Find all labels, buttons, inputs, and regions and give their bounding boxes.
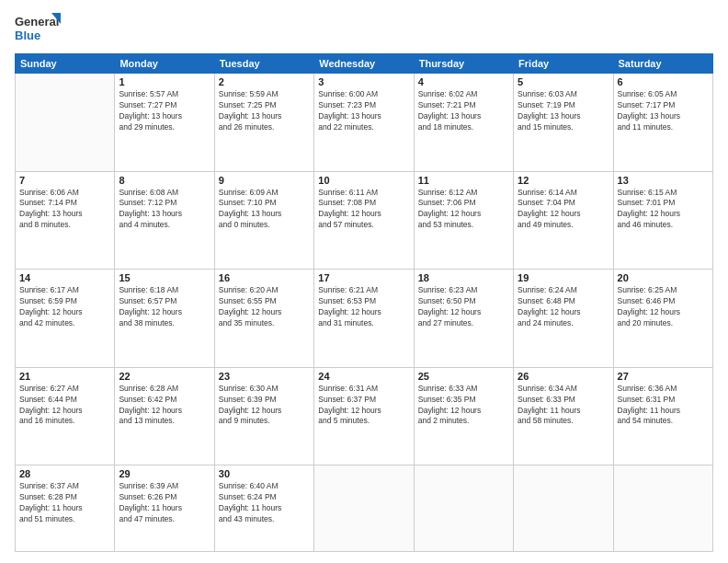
calendar-cell: 23Sunrise: 6:30 AM Sunset: 6:39 PM Dayli… — [214, 367, 313, 465]
day-number: 15 — [119, 272, 210, 283]
day-number: 17 — [318, 272, 409, 283]
calendar-week-row: 14Sunrise: 6:17 AM Sunset: 6:59 PM Dayli… — [16, 270, 713, 368]
day-info: Sunrise: 5:59 AM Sunset: 7:25 PM Dayligh… — [219, 89, 310, 133]
calendar-cell: 13Sunrise: 6:15 AM Sunset: 7:01 PM Dayli… — [613, 171, 712, 270]
day-number: 22 — [119, 371, 210, 382]
calendar-cell: 22Sunrise: 6:28 AM Sunset: 6:42 PM Dayli… — [115, 367, 214, 465]
weekday-header-tuesday: Tuesday — [214, 54, 313, 74]
calendar-week-row: 7Sunrise: 6:06 AM Sunset: 7:14 PM Daylig… — [16, 171, 713, 270]
day-info: Sunrise: 6:37 AM Sunset: 6:28 PM Dayligh… — [19, 481, 110, 525]
day-number: 25 — [418, 371, 509, 382]
day-info: Sunrise: 6:28 AM Sunset: 6:42 PM Dayligh… — [119, 384, 210, 428]
day-number: 14 — [19, 272, 110, 283]
day-number: 12 — [518, 175, 609, 186]
day-number: 30 — [219, 468, 310, 479]
day-number: 6 — [618, 76, 709, 87]
day-info: Sunrise: 6:31 AM Sunset: 6:37 PM Dayligh… — [318, 384, 409, 428]
weekday-header-sunday: Sunday — [16, 54, 115, 74]
calendar-cell: 24Sunrise: 6:31 AM Sunset: 6:37 PM Dayli… — [314, 367, 414, 465]
day-number: 9 — [219, 175, 310, 186]
calendar-cell: 9Sunrise: 6:09 AM Sunset: 7:10 PM Daylig… — [214, 171, 313, 270]
day-number: 28 — [19, 468, 110, 479]
day-number: 13 — [618, 175, 709, 186]
calendar-cell: 20Sunrise: 6:25 AM Sunset: 6:46 PM Dayli… — [613, 270, 712, 368]
day-info: Sunrise: 6:36 AM Sunset: 6:31 PM Dayligh… — [618, 384, 709, 428]
day-number: 16 — [219, 272, 310, 283]
calendar-cell: 12Sunrise: 6:14 AM Sunset: 7:04 PM Dayli… — [514, 171, 613, 270]
calendar-cell: 27Sunrise: 6:36 AM Sunset: 6:31 PM Dayli… — [613, 367, 712, 465]
day-number: 26 — [518, 371, 609, 382]
day-info: Sunrise: 6:02 AM Sunset: 7:21 PM Dayligh… — [418, 89, 509, 133]
day-info: Sunrise: 6:34 AM Sunset: 6:33 PM Dayligh… — [518, 384, 609, 428]
weekday-header-monday: Monday — [115, 54, 214, 74]
day-info: Sunrise: 6:39 AM Sunset: 6:26 PM Dayligh… — [119, 481, 210, 525]
calendar-cell: 7Sunrise: 6:06 AM Sunset: 7:14 PM Daylig… — [16, 171, 115, 270]
weekday-header-row: SundayMondayTuesdayWednesdayThursdayFrid… — [16, 54, 713, 74]
day-number: 24 — [318, 371, 409, 382]
day-info: Sunrise: 6:17 AM Sunset: 6:59 PM Dayligh… — [19, 285, 110, 329]
calendar-cell: 5Sunrise: 6:03 AM Sunset: 7:19 PM Daylig… — [514, 74, 613, 172]
day-info: Sunrise: 6:25 AM Sunset: 6:46 PM Dayligh… — [618, 285, 709, 329]
day-info: Sunrise: 6:23 AM Sunset: 6:50 PM Dayligh… — [418, 285, 509, 329]
calendar-cell — [414, 465, 513, 552]
logo: General Blue — [15, 11, 61, 46]
calendar-table: SundayMondayTuesdayWednesdayThursdayFrid… — [15, 53, 713, 552]
page: General Blue SundayMondayTuesdayWednesda… — [0, 0, 728, 563]
calendar-cell: 18Sunrise: 6:23 AM Sunset: 6:50 PM Dayli… — [414, 270, 513, 368]
calendar-week-row: 1Sunrise: 5:57 AM Sunset: 7:27 PM Daylig… — [16, 74, 713, 172]
calendar-cell: 14Sunrise: 6:17 AM Sunset: 6:59 PM Dayli… — [16, 270, 115, 368]
day-info: Sunrise: 6:30 AM Sunset: 6:39 PM Dayligh… — [219, 384, 310, 428]
calendar-cell: 11Sunrise: 6:12 AM Sunset: 7:06 PM Dayli… — [414, 171, 513, 270]
calendar-cell: 15Sunrise: 6:18 AM Sunset: 6:57 PM Dayli… — [115, 270, 214, 368]
calendar-cell: 6Sunrise: 6:05 AM Sunset: 7:17 PM Daylig… — [613, 74, 712, 172]
calendar-cell: 1Sunrise: 5:57 AM Sunset: 7:27 PM Daylig… — [115, 74, 214, 172]
day-info: Sunrise: 6:09 AM Sunset: 7:10 PM Dayligh… — [219, 188, 310, 232]
day-info: Sunrise: 6:18 AM Sunset: 6:57 PM Dayligh… — [119, 285, 210, 329]
day-number: 8 — [119, 175, 210, 186]
calendar-cell: 25Sunrise: 6:33 AM Sunset: 6:35 PM Dayli… — [414, 367, 513, 465]
calendar-cell: 8Sunrise: 6:08 AM Sunset: 7:12 PM Daylig… — [115, 171, 214, 270]
day-info: Sunrise: 6:24 AM Sunset: 6:48 PM Dayligh… — [518, 285, 609, 329]
calendar-cell: 2Sunrise: 5:59 AM Sunset: 7:25 PM Daylig… — [214, 74, 313, 172]
day-number: 7 — [19, 175, 110, 186]
day-number: 23 — [219, 371, 310, 382]
calendar-week-row: 28Sunrise: 6:37 AM Sunset: 6:28 PM Dayli… — [16, 465, 713, 552]
day-number: 10 — [318, 175, 409, 186]
calendar-week-row: 21Sunrise: 6:27 AM Sunset: 6:44 PM Dayli… — [16, 367, 713, 465]
calendar-cell — [613, 465, 712, 552]
weekday-header-friday: Friday — [514, 54, 613, 74]
day-info: Sunrise: 6:20 AM Sunset: 6:55 PM Dayligh… — [219, 285, 310, 329]
day-info: Sunrise: 6:11 AM Sunset: 7:08 PM Dayligh… — [318, 188, 409, 232]
day-number: 3 — [318, 76, 409, 87]
calendar-cell: 26Sunrise: 6:34 AM Sunset: 6:33 PM Dayli… — [514, 367, 613, 465]
calendar-cell: 4Sunrise: 6:02 AM Sunset: 7:21 PM Daylig… — [414, 74, 513, 172]
weekday-header-saturday: Saturday — [613, 54, 712, 74]
day-info: Sunrise: 6:40 AM Sunset: 6:24 PM Dayligh… — [219, 481, 310, 525]
day-number: 29 — [119, 468, 210, 479]
calendar-cell: 17Sunrise: 6:21 AM Sunset: 6:53 PM Dayli… — [314, 270, 414, 368]
day-number: 2 — [219, 76, 310, 87]
calendar-cell: 30Sunrise: 6:40 AM Sunset: 6:24 PM Dayli… — [214, 465, 313, 552]
day-number: 5 — [518, 76, 609, 87]
calendar-cell: 10Sunrise: 6:11 AM Sunset: 7:08 PM Dayli… — [314, 171, 414, 270]
day-number: 27 — [618, 371, 709, 382]
calendar-cell — [16, 74, 115, 172]
day-info: Sunrise: 6:33 AM Sunset: 6:35 PM Dayligh… — [418, 384, 509, 428]
day-number: 4 — [418, 76, 509, 87]
calendar-cell — [314, 465, 414, 552]
header: General Blue — [15, 11, 713, 46]
day-number: 19 — [518, 272, 609, 283]
day-info: Sunrise: 6:21 AM Sunset: 6:53 PM Dayligh… — [318, 285, 409, 329]
day-info: Sunrise: 6:05 AM Sunset: 7:17 PM Dayligh… — [618, 89, 709, 133]
day-number: 20 — [618, 272, 709, 283]
calendar-cell: 29Sunrise: 6:39 AM Sunset: 6:26 PM Dayli… — [115, 465, 214, 552]
weekday-header-wednesday: Wednesday — [314, 54, 414, 74]
logo-svg: General Blue — [15, 11, 61, 46]
calendar-cell: 19Sunrise: 6:24 AM Sunset: 6:48 PM Dayli… — [514, 270, 613, 368]
calendar-cell: 21Sunrise: 6:27 AM Sunset: 6:44 PM Dayli… — [16, 367, 115, 465]
svg-text:General: General — [15, 15, 59, 29]
calendar-cell: 28Sunrise: 6:37 AM Sunset: 6:28 PM Dayli… — [16, 465, 115, 552]
svg-text:Blue: Blue — [15, 29, 40, 42]
day-info: Sunrise: 6:27 AM Sunset: 6:44 PM Dayligh… — [19, 384, 110, 428]
day-info: Sunrise: 6:14 AM Sunset: 7:04 PM Dayligh… — [518, 188, 609, 232]
